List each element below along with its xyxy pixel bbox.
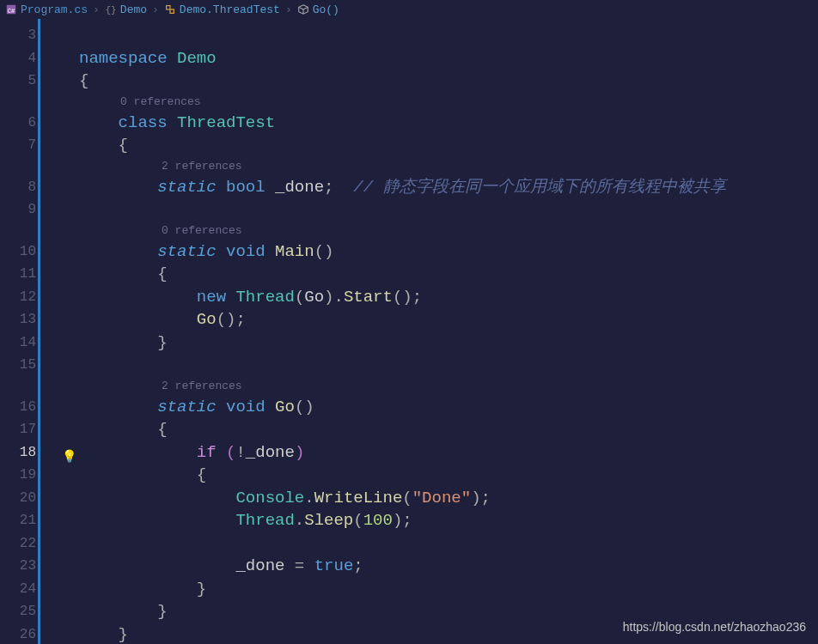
chevron-right-icon: › [93,3,100,16]
line-number: 20 [0,487,36,510]
method-main: Main [275,242,314,261]
line-number: 26 [0,623,36,645]
svg-rect-4 [170,9,174,13]
method-go: Go [275,398,295,416]
line-number: 8 [0,176,36,199]
line-number: 22 [0,532,36,556]
svg-line-7 [303,7,308,9]
svg-rect-3 [166,6,169,9]
lightbulb-icon[interactable]: 💡 [62,449,76,464]
keyword-class: class [119,113,168,132]
chevron-right-icon: › [152,3,159,16]
method-cube-icon [297,3,309,15]
line-number: 24 [0,578,36,601]
class-name: ThreadTest [177,113,275,132]
comment: // 静态字段在同一个应用域下的所有线程中被共享 [353,178,725,197]
codelens[interactable]: 0 references [162,222,818,240]
line-number: 6 [0,112,36,135]
line-number: 23 [0,555,36,578]
line-number: 3 [0,24,36,47]
watermark-text: https://blog.csdn.net/zhaozhao236 [623,620,806,634]
line-number: 13 [0,308,36,331]
line-number: 18 [0,441,36,465]
namespace-name: Demo [177,49,217,68]
change-indicator [38,19,40,644]
line-number: 21 [0,509,36,532]
chevron-right-icon: › [285,3,292,16]
line-number: 5 [0,70,36,93]
line-number: 4 [0,47,36,70]
namespace-icon: {} [105,3,117,15]
breadcrumb-class[interactable]: Demo.ThreadTest [164,3,280,16]
code-editor[interactable]: 3 4 5 6 7 8 9 10 11 12 13 14 15 16 17 18… [0,19,818,644]
glyph-margin: 💡 [45,19,79,644]
line-number: 14 [0,331,36,355]
svg-text:C#: C# [8,8,15,15]
svg-text:{}: {} [106,5,117,15]
active-line: if (!_done) [79,441,818,465]
codelens[interactable]: 0 references [120,93,818,112]
breadcrumb-namespace[interactable]: {} Demo [105,3,147,16]
codelens[interactable]: 2 references [162,157,818,176]
svg-line-6 [298,7,302,9]
line-number: 9 [0,198,36,222]
codelens[interactable]: 2 references [162,377,818,396]
breadcrumb: C# Program.cs › {} Demo › Demo.ThreadTes… [0,0,818,19]
line-number: 11 [0,263,36,286]
line-number: 16 [0,396,36,419]
line-number: 15 [0,354,36,377]
breadcrumb-method[interactable]: Go() [297,3,339,16]
line-number: 17 [0,418,36,441]
line-number: 19 [0,464,36,487]
code-content[interactable]: namespace Demo { 0 references class Thre… [79,19,818,644]
line-number: 12 [0,286,36,309]
line-number: 10 [0,240,36,264]
csharp-file-icon: C# [5,3,17,15]
line-number: 7 [0,134,36,157]
class-icon [164,3,176,15]
line-number: 25 [0,600,36,623]
keyword-namespace: namespace [79,49,168,68]
breadcrumb-file[interactable]: C# Program.cs [5,3,88,16]
